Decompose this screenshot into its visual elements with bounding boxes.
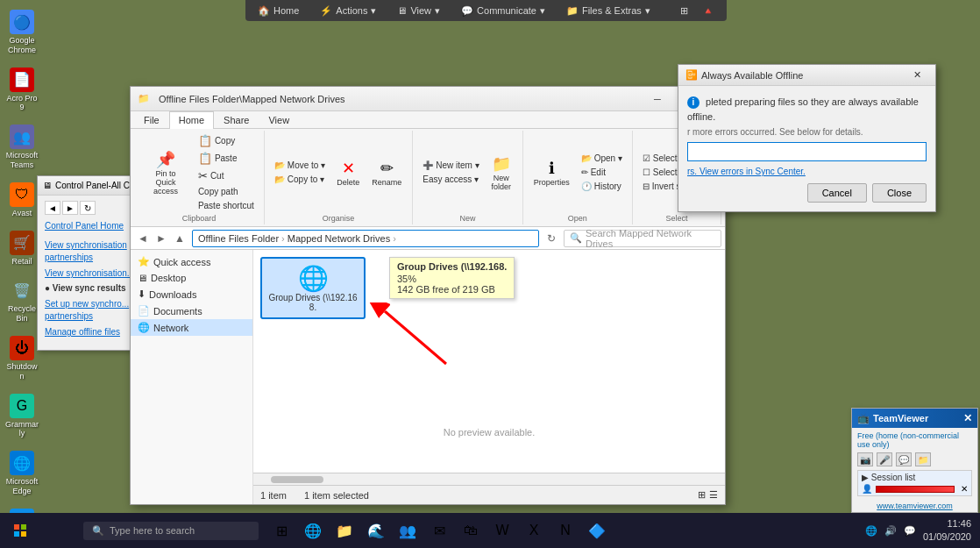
history-btn[interactable]: 🕐 History — [577, 180, 627, 193]
sidebar-desktop[interactable]: 🖥 Desktop — [131, 270, 252, 286]
tv-close-btn[interactable]: ✕ — [963, 412, 972, 424]
desktop-icon-edge[interactable]: 🌐 Microsoft Edge — [3, 448, 41, 499]
ribbon-tab-home[interactable]: Home — [169, 111, 214, 129]
taskbar-task-view[interactable]: ⊞ — [267, 516, 295, 544]
tv-session-bar — [876, 486, 955, 493]
no-preview-text: No preview available. — [444, 427, 536, 438]
forward-btn[interactable]: ► — [153, 230, 170, 247]
taskbar-onenote[interactable]: N — [551, 516, 579, 544]
cp-back-btn[interactable]: ◄ — [45, 201, 60, 215]
sync-center-link[interactable]: rs. View errors in Sync Center. — [687, 167, 927, 176]
tv-footer-link[interactable]: www.teamviewer.com — [852, 500, 977, 512]
desktop-icon-teams[interactable]: 👥 Microsoft Teams — [3, 122, 41, 173]
downloads-icon: ⬇ — [138, 288, 146, 300]
up-btn[interactable]: ▲ — [171, 230, 188, 247]
view-details-icon[interactable]: ☰ — [709, 489, 718, 501]
taskbar: 🔍 Type here to search ⊞ 🌐 📁 🌊 👥 ✉ 🛍 W X … — [0, 513, 980, 548]
new-folder-btn[interactable]: 📁 Newfolder — [486, 153, 517, 193]
desktop-icon-avast[interactable]: 🛡 Avast — [3, 180, 41, 221]
ribbon-tab-share[interactable]: Share — [214, 111, 259, 128]
taskbar-edge[interactable]: 🌊 — [362, 516, 390, 544]
desktop-icon-acro[interactable]: 📄 Acro Pro 9 — [3, 65, 41, 116]
remote-communicate-btn[interactable]: 💬 Communicate ▾ — [456, 4, 550, 18]
volume-icon[interactable]: 🔊 — [884, 525, 897, 537]
paste-btn[interactable]: 📋 Paste — [194, 150, 259, 167]
tv-logo: 📺 — [857, 413, 870, 424]
cp-refresh-btn[interactable]: ↻ — [80, 201, 96, 215]
nav-buttons: ◄ ► ▲ — [134, 230, 188, 247]
taskbar-chrome[interactable]: 🌐 — [299, 516, 327, 544]
file-item-group-drives[interactable]: 🌐 Group Drives (\\192.168. — [260, 257, 366, 319]
start-button[interactable] — [0, 513, 39, 548]
aao-cancel-btn[interactable]: Cancel — [807, 183, 867, 203]
remote-files-btn[interactable]: 📁 Files & Extras ▾ — [561, 4, 656, 18]
taskbar-search[interactable]: 🔍 Type here to search — [83, 522, 259, 540]
sidebar-network[interactable]: 🌐 Network — [131, 319, 252, 336]
ribbon-tab-view[interactable]: View — [259, 111, 299, 128]
sidebar-quick-access[interactable]: ⭐ Quick access — [131, 253, 252, 270]
tv-session-label: ▶ Session list — [862, 473, 968, 482]
taskbar-explorer[interactable]: 📁 — [330, 516, 359, 544]
search-box[interactable]: 🔍 Search Mapped Network Drives — [564, 230, 721, 247]
move-to-btn[interactable]: 📂 Move to ▾ — [270, 159, 330, 172]
back-btn[interactable]: ◄ — [134, 230, 152, 247]
remote-shrink-btn[interactable]: 🔺 — [697, 4, 720, 18]
scroll-bar-horizontal[interactable] — [253, 473, 725, 485]
copy-to-btn[interactable]: 📂 Copy to ▾ — [270, 173, 330, 186]
tv-session-close-btn[interactable]: ✕ — [961, 484, 968, 494]
tv-chat-btn[interactable]: 💬 — [896, 452, 912, 466]
taskbar-store[interactable]: 🛍 — [457, 516, 485, 544]
desktop-icon-retail[interactable]: 🛒 Retail — [3, 228, 41, 269]
remote-expand-btn[interactable]: ⊞ — [675, 4, 693, 18]
move-icon: 📂 — [274, 160, 285, 170]
minimize-btn[interactable]: ─ — [646, 91, 669, 107]
paste-icon: 📋 — [198, 152, 212, 165]
copy-icon: 📋 — [198, 134, 212, 147]
clipboard-buttons: 📌 Pin to Quickaccess 📋 Copy 📋 Paste — [139, 132, 259, 212]
easy-access-btn[interactable]: Easy access ▾ — [418, 173, 483, 186]
taskbar-outlook[interactable]: ✉ — [425, 516, 453, 544]
tv-file-btn[interactable]: 📁 — [915, 452, 931, 466]
network-status-icon[interactable]: 🌐 — [865, 525, 877, 537]
aao-close-btn[interactable]: Close — [872, 183, 927, 203]
desktop-icon-grammarly[interactable]: G Grammarly — [3, 391, 41, 442]
quick-access-icon: ⭐ — [138, 256, 150, 267]
new-item-btn[interactable]: ➕ New item ▾ — [418, 159, 483, 172]
taskbar-word[interactable]: W — [488, 516, 516, 544]
info-icon: i — [687, 96, 699, 109]
aao-close-x-btn[interactable]: ✕ — [905, 68, 928, 83]
taskbar-excel[interactable]: X — [520, 516, 548, 544]
remote-actions-btn[interactable]: ⚡ Actions ▾ — [315, 4, 381, 18]
edit-btn[interactable]: ✏ Edit — [577, 166, 627, 179]
paste-shortcut-btn[interactable]: Paste shortcut — [194, 199, 259, 212]
open-btn[interactable]: 📂 Open ▾ — [577, 152, 627, 165]
desktop-icon-recycle[interactable]: 🗑️ Recycle Bin — [3, 275, 41, 326]
cp-forward-btn[interactable]: ► — [62, 201, 78, 215]
sidebar-downloads[interactable]: ⬇ Downloads — [131, 286, 252, 302]
delete-btn[interactable]: ✕ Delete — [331, 157, 365, 189]
scroll-thumb[interactable] — [271, 476, 323, 483]
rename-btn[interactable]: ✏ Rename — [366, 157, 407, 189]
remote-home-btn[interactable]: 🏠 Home — [252, 4, 304, 18]
refresh-btn[interactable]: ↻ — [543, 230, 560, 247]
copy-btn[interactable]: 📋 Copy — [194, 132, 259, 149]
address-path[interactable]: Offline Files Folder › Mapped Network Dr… — [192, 230, 539, 247]
taskbar-teams[interactable]: 👥 — [394, 516, 422, 544]
copy-path-btn[interactable]: Copy path — [194, 185, 259, 198]
pin-to-quick-btn[interactable]: 📌 Pin to Quickaccess — [139, 148, 192, 197]
desktop-icon-shutdown[interactable]: ⏻ Shutdown — [3, 333, 41, 384]
properties-btn[interactable]: ℹ Properties — [529, 157, 575, 189]
sidebar-documents[interactable]: 📄 Documents — [131, 302, 252, 319]
tv-mic-btn[interactable]: 🎤 — [877, 452, 892, 466]
view-large-icon[interactable]: ⊞ — [698, 489, 706, 501]
remote-view-btn[interactable]: 🖥 View ▾ — [392, 4, 445, 18]
desktop-icon-chrome[interactable]: 🔵 Google Chrome — [3, 7, 41, 58]
notification-icon[interactable]: 💬 — [904, 525, 916, 537]
aao-input-field[interactable] — [687, 142, 927, 161]
cut-btn[interactable]: ✂ Cut — [194, 167, 259, 184]
taskbar-unknown[interactable]: 🔷 — [583, 516, 611, 544]
ribbon-tab-file[interactable]: File — [134, 111, 169, 128]
ribbon-content: 📌 Pin to Quickaccess 📋 Copy 📋 Paste — [131, 129, 725, 226]
tv-camera-btn[interactable]: 📷 — [857, 452, 873, 466]
taskbar-clock[interactable]: 11:46 01/09/2020 — [923, 517, 971, 544]
